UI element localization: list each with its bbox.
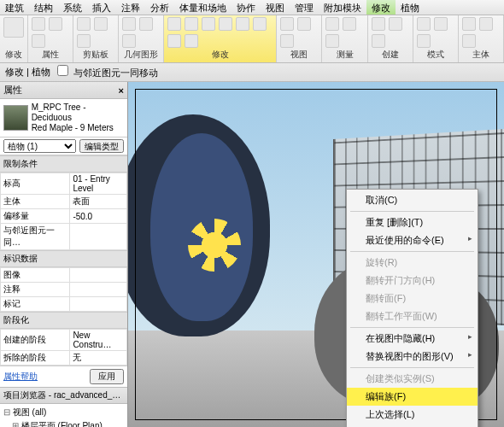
ribbon-icon[interactable]: [389, 17, 402, 31]
ribbon-icon[interactable]: [32, 17, 45, 31]
ribbon-icon[interactable]: [253, 17, 267, 31]
context-menu: 取消(C)重复 [删除](T)最近使用的命令(E)旋转(R)翻转开门方向(H)翻…: [346, 189, 478, 427]
tab-插入[interactable]: 插入: [87, 0, 116, 15]
ribbon-icon[interactable]: [185, 34, 198, 48]
ribbon-icon[interactable]: [462, 17, 476, 31]
ctx-item[interactable]: 上次选择(L): [347, 406, 478, 424]
tab-附加模块[interactable]: 附加模块: [319, 0, 366, 15]
ribbon-icon[interactable]: [372, 34, 385, 48]
ribbon-icon[interactable]: [167, 34, 181, 48]
3d-viewport[interactable]: 取消(C)重复 [删除](T)最近使用的命令(E)旋转(R)翻转开门方向(H)翻…: [128, 82, 504, 427]
family-thumbnail: [3, 105, 28, 131]
tree-root[interactable]: 视图 (all): [0, 406, 127, 419]
project-browser-tree: 视图 (all) 楼层平面 (Floor Plan)天花板平面 (Ceiling…: [0, 404, 127, 427]
ctx-item[interactable]: 重复 [删除](T): [347, 214, 478, 231]
ribbon-group-几何图形: 几何图形: [119, 15, 164, 62]
ribbon-icon[interactable]: [202, 17, 215, 31]
ribbon-icon[interactable]: [417, 17, 431, 31]
ribbon-group-剪贴板: 剪贴板: [73, 15, 119, 62]
ctx-item[interactable]: 编辑族(F): [347, 388, 478, 406]
section-phasing[interactable]: 阶段化: [0, 312, 127, 329]
ctx-item: 旋转(R): [347, 254, 478, 272]
ribbon-icon[interactable]: [417, 34, 431, 48]
properties-phasing: 创建的阶段New Constru… 拆除的阶段无: [0, 329, 127, 366]
level-value[interactable]: 01 - Entry Level: [70, 173, 127, 195]
tab-体量和场地[interactable]: 体量和场地: [174, 0, 231, 15]
ctx-item[interactable]: 选择全部实例(A): [347, 424, 478, 427]
section-constraints[interactable]: 限制条件: [0, 155, 127, 173]
tree-node[interactable]: 楼层平面 (Floor Plan): [0, 419, 127, 427]
ribbon-icon[interactable]: [219, 17, 232, 31]
ribbon-icon[interactable]: [167, 17, 181, 31]
ribbon-icon[interactable]: [462, 34, 476, 48]
menu-tabs: 建筑结构系统插入注释分析体量和场地协作视图管理附加模块修改植物: [0, 0, 504, 15]
close-icon[interactable]: ×: [119, 85, 124, 96]
ribbon-icon[interactable]: [325, 34, 339, 48]
ribbon-icon[interactable]: [434, 17, 448, 31]
options-bar: 修改 | 植物 与邻近图元一同移动: [0, 63, 504, 82]
apply-button[interactable]: 应用: [90, 369, 124, 384]
ribbon-icon[interactable]: [325, 17, 339, 31]
tab-注释[interactable]: 注释: [116, 0, 145, 15]
edit-type-button[interactable]: 编辑类型: [79, 139, 124, 153]
tab-协作[interactable]: 协作: [231, 0, 261, 15]
ribbon-icon[interactable]: [32, 34, 45, 48]
project-browser-header: 项目浏览器 - rac_advanced_sample_…: [0, 387, 127, 404]
ctx-item: 翻转面(F): [347, 290, 478, 307]
ribbon-icon[interactable]: [343, 17, 356, 31]
ctx-item[interactable]: 最近使用的命令(E): [347, 231, 478, 249]
ribbon-group-创建: 创建: [368, 15, 413, 62]
tab-系统[interactable]: 系统: [58, 0, 87, 15]
section-identity[interactable]: 标识数据: [0, 250, 127, 267]
ribbon-icon[interactable]: [185, 17, 198, 31]
tab-视图[interactable]: 视图: [261, 0, 290, 15]
family-selector[interactable]: M_RPC Tree - DeciduousRed Maple - 9 Mete…: [0, 99, 127, 137]
ribbon-icon[interactable]: [297, 17, 311, 31]
tab-分析[interactable]: 分析: [145, 0, 174, 15]
ribbon-group-测量: 测量: [322, 15, 367, 62]
ctx-item: 翻转开门方向(H): [347, 272, 478, 290]
tab-修改[interactable]: 修改: [366, 0, 396, 15]
tab-建筑[interactable]: 建筑: [0, 0, 29, 15]
ribbon: 修改属性剪贴板几何图形修改视图测量创建模式主体: [0, 15, 504, 63]
properties-constraints: 标高01 - Entry Level 主体表面 偏移量-50.0 与邻近图元一同…: [0, 173, 127, 250]
ribbon-icon[interactable]: [280, 17, 294, 31]
ribbon-icon[interactable]: [372, 17, 385, 31]
ribbon-group-修改: 修改: [164, 15, 277, 62]
properties-help-link[interactable]: 属性帮助: [3, 371, 38, 383]
ctx-item: 翻转工作平面(W): [347, 307, 478, 325]
properties-panel-header: 属性 ×: [0, 82, 127, 99]
ribbon-icon[interactable]: [139, 17, 153, 31]
family-name: M_RPC Tree - DeciduousRed Maple - 9 Mete…: [32, 102, 124, 133]
ribbon-group-属性: 属性: [28, 15, 73, 62]
ribbon-group-视图: 视图: [277, 15, 322, 62]
options-context: 修改 | 植物: [5, 66, 50, 79]
ribbon-icon[interactable]: [77, 34, 91, 48]
ribbon-icon[interactable]: [122, 17, 136, 31]
pan-gizmo-icon[interactable]: [188, 219, 241, 272]
ribbon-group-主体: 主体: [459, 15, 504, 62]
properties-identity: 图像 注释 标记: [0, 267, 127, 312]
ctx-item[interactable]: 替换视图中的图形(V): [347, 348, 478, 366]
ribbon-icon[interactable]: [49, 17, 62, 31]
ribbon-group-修改: 修改: [0, 15, 28, 62]
ribbon-icon[interactable]: [280, 34, 294, 48]
type-selector[interactable]: 植物 (1): [3, 139, 76, 153]
ribbon-icon[interactable]: [236, 17, 249, 31]
ribbon-icon[interactable]: [122, 34, 136, 48]
ribbon-icon[interactable]: [94, 17, 108, 31]
offset-value[interactable]: -50.0: [70, 209, 127, 224]
ribbon-icon[interactable]: [3, 17, 24, 38]
ribbon-icon[interactable]: [479, 17, 493, 31]
left-dock: 属性 × M_RPC Tree - DeciduousRed Maple - 9…: [0, 82, 128, 427]
moves-with-nearby-checkbox[interactable]: 与邻近图元一同移动: [57, 65, 158, 79]
ctx-item[interactable]: 取消(C): [347, 191, 478, 209]
ribbon-group-模式: 模式: [413, 15, 459, 62]
ctx-item[interactable]: 在视图中隐藏(H): [347, 330, 478, 348]
ctx-item: 创建类似实例(S): [347, 370, 478, 388]
tab-植物[interactable]: 植物: [396, 0, 425, 15]
tab-管理[interactable]: 管理: [290, 0, 319, 15]
tab-结构[interactable]: 结构: [29, 0, 58, 15]
ribbon-icon[interactable]: [77, 17, 91, 31]
